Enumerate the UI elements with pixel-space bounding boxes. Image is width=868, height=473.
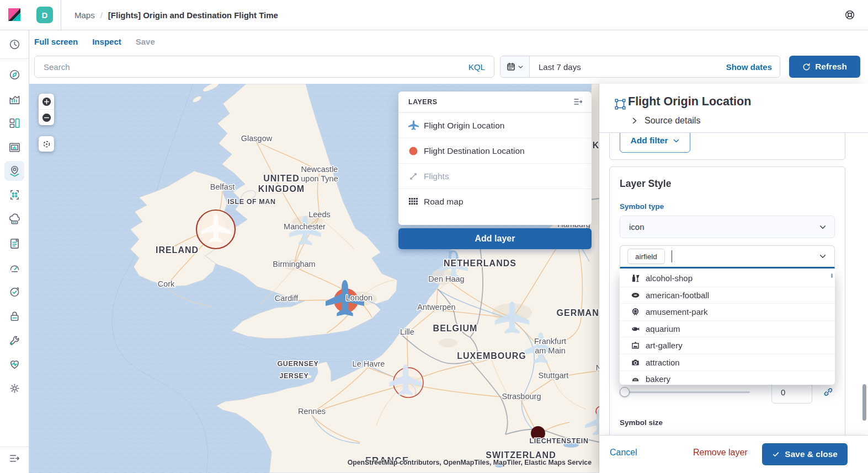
nav-apm[interactable] [4,257,24,277]
kql-button[interactable]: KQL [460,62,494,72]
symbol-option[interactable]: american-football [620,287,835,304]
symbol-option[interactable]: alcohol-shop [620,270,835,287]
top-nav-menu: Full screen Inspect Save [34,30,155,53]
dashboard-icon [8,117,21,130]
layer-row-flights[interactable]: Flights [398,163,592,189]
remove-layer-button[interactable]: Remove layer [693,448,748,458]
layer-row-destination[interactable]: Flight Destination Location [398,138,592,163]
border-size-slider-handle[interactable] [620,387,630,397]
layer-row-roadmap[interactable]: Road map [398,189,592,214]
layer-style-heading: Layer Style [620,178,671,190]
lock-icon [8,310,21,322]
fit-to-data-button[interactable] [39,136,54,152]
map-label: GERMANY [557,308,599,318]
nav-maps[interactable] [4,161,24,181]
quick-select-button[interactable] [500,56,530,77]
add-layer-button[interactable]: Add layer [398,228,592,249]
gear-icon [8,382,21,395]
full-screen-link[interactable]: Full screen [34,37,78,46]
show-dates-button[interactable]: Show dates [726,62,780,72]
avatar-cell: D [29,0,61,30]
grid-icon [406,198,420,205]
logs-scroll-icon [8,237,21,250]
nav-dev-tools[interactable] [4,330,24,350]
search-input[interactable] [35,62,460,72]
symbol-type-select[interactable]: icon [620,216,835,238]
nav-recently-viewed[interactable] [4,34,24,54]
map-label: Newcastle [301,165,338,174]
breadcrumb-maps[interactable]: Maps [74,10,95,20]
kibana-logo-icon [7,7,22,23]
layer-settings-flyout: Flight Origin Location Source details Ad… [599,84,868,473]
popover-scrollbar[interactable] [831,273,833,278]
flyout-scrollbar[interactable] [862,384,866,421]
map-label: UNITED [263,174,300,183]
save-and-close-button[interactable]: Save & close [762,443,848,465]
collapse-panel-icon[interactable] [573,98,583,106]
layers-panel-title: LAYERS [408,98,438,106]
refresh-icon [802,63,811,71]
help-button[interactable] [843,8,857,22]
amusement-park-icon [631,308,640,316]
nav-discover[interactable] [4,64,24,84]
symbol-option[interactable]: art-gallery [620,337,835,354]
nav-divider [0,447,29,447]
layer-row-origin[interactable]: Flight Origin Location [398,112,592,138]
map-label: JERSEY [280,372,309,380]
symbol-option[interactable]: amusement-park [620,303,835,320]
map-canvas[interactable]: GlasgowNewcastleupon TyneBelfastLeedsMan… [29,84,599,473]
nav-management[interactable] [4,378,24,398]
nav-monitoring[interactable] [4,354,24,374]
border-size-slider-track[interactable] [620,391,750,393]
map-label: am Main [535,346,566,355]
link-field-icon[interactable] [823,386,834,400]
symbol-option[interactable]: bakery [620,370,835,388]
crosshair-icon [42,139,51,149]
nav-divider [0,58,29,59]
add-filter-button[interactable]: Add filter [620,132,690,153]
nav-security[interactable] [4,306,24,326]
collapse-menu-icon [8,452,21,465]
selected-symbol-pill[interactable]: airfield [627,249,665,264]
chevron-down-icon [673,137,680,144]
vector-layer-icon [614,98,626,112]
nav-dashboard[interactable] [4,113,24,133]
nav-collapse-button[interactable] [4,448,24,468]
heartbeat-icon [8,358,21,370]
nav-canvas[interactable] [4,137,24,157]
symbol-options-popover: alcohol-shop american-football amusement… [620,270,835,385]
map-label: ISLE OF MAN [227,198,275,206]
symbol-option[interactable]: attraction [620,354,835,371]
nav-machine-learning[interactable] [4,185,24,205]
symbol-combobox[interactable]: airfield [620,245,835,268]
map-label: London [346,293,372,302]
nav-uptime[interactable] [4,282,24,302]
nav-logs[interactable] [4,233,24,253]
bar-chart-icon [8,93,21,105]
save-link[interactable]: Save [136,37,155,46]
map-label: Le Havre [353,359,385,368]
refresh-button[interactable]: Refresh [789,56,860,78]
kibana-maps-app: D Maps / [Flights] Origin and Destinatio… [0,0,868,473]
time-range-value[interactable]: Last 7 days [530,62,726,72]
symbol-option[interactable]: aquarium [620,320,835,337]
nav-visualize[interactable] [4,89,24,109]
map-label: Glasgow [241,134,273,143]
uptime-check-icon [8,286,21,298]
kibana-logo[interactable] [0,0,29,30]
map-label: Stuttgart [539,371,569,380]
american-football-icon [631,291,640,299]
wrench-icon [8,334,21,347]
source-details-toggle[interactable]: Source details [631,116,700,126]
nav-metrics[interactable] [4,209,24,229]
chevron-down-icon [518,64,524,70]
cancel-button[interactable]: Cancel [610,448,637,458]
line-icon [406,172,420,181]
zoom-out-button[interactable] [39,110,54,125]
map-label: Birmingham [273,260,315,268]
avatar[interactable]: D [36,7,53,23]
layers-panel-header: LAYERS [398,92,592,112]
inspect-link[interactable]: Inspect [92,37,121,46]
zoom-in-button[interactable] [39,94,54,109]
layers-panel: LAYERS Flight Origin Location Flight Des… [398,92,592,225]
